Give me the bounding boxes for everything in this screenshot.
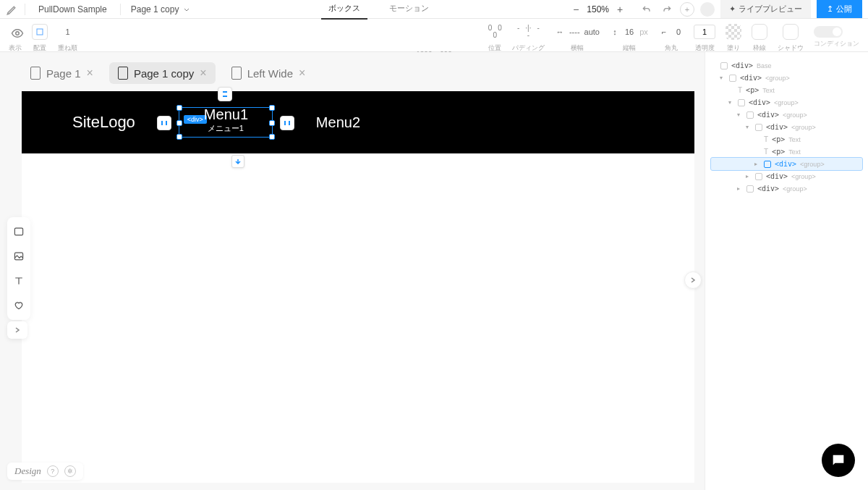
zoom-in-button[interactable]: + [615, 4, 625, 14]
svg-rect-8 [14, 228, 22, 235]
chat-support-button[interactable] [822, 444, 855, 477]
scroll-right-button[interactable] [684, 271, 702, 289]
resize-handle-ne[interactable] [269, 105, 275, 111]
checkbox-icon[interactable] [746, 111, 754, 119]
site-logo-text[interactable]: SiteLogo [72, 113, 135, 132]
fill-swatch[interactable] [726, 24, 741, 40]
tab-motion[interactable]: モーション [382, 0, 436, 20]
add-button[interactable]: + [680, 2, 694, 17]
tree-node[interactable]: ▸<div><group> [711, 170, 862, 182]
page-icon [118, 67, 128, 80]
checkbox-icon[interactable] [720, 62, 728, 69]
prop-condition: コンディション [814, 26, 859, 48]
align-icon[interactable] [32, 24, 48, 40]
text-tool-icon[interactable] [12, 274, 26, 288]
tree-node[interactable]: ▾<div><group> [711, 109, 862, 121]
prop-padding: -·|·-- パディング [512, 22, 545, 53]
svg-rect-3 [166, 121, 167, 125]
close-icon[interactable]: × [87, 67, 93, 80]
checkbox-icon[interactable] [746, 185, 754, 193]
layers-panel: <div>Base ▾<div><group> T<p>Text ▾<div><… [705, 52, 868, 490]
spacing-handle-top[interactable] [218, 87, 232, 101]
close-icon[interactable]: × [200, 67, 206, 80]
border-swatch[interactable] [752, 24, 767, 40]
order-value[interactable]: 1 [63, 28, 73, 36]
tree-node[interactable]: T<p>Text [711, 145, 862, 158]
zoom-value[interactable]: 150% [587, 4, 609, 14]
bottom-bar: Design ? ✲ [7, 462, 83, 480]
page-icon [30, 67, 41, 80]
checkbox-icon[interactable] [764, 161, 771, 168]
text-icon: T [738, 86, 742, 94]
checkbox-icon[interactable] [755, 173, 762, 180]
canvas[interactable]: SiteLogo <div> Menu1 メニュー1 Menu2 [22, 91, 694, 483]
publish-button[interactable]: ↥ 公開 [817, 0, 862, 18]
resize-handle-sw[interactable] [176, 134, 182, 140]
svg-rect-5 [289, 121, 290, 125]
app-logo[interactable]: Design [14, 465, 41, 477]
tree-node-root[interactable]: <div>Base [711, 59, 862, 72]
page-dropdown[interactable]: Page 1 copy [127, 4, 195, 14]
page-tab-2[interactable]: Page 1 copy× [109, 62, 216, 84]
shadow-swatch[interactable] [783, 24, 799, 40]
tree-node[interactable]: T<p>Text [711, 84, 862, 96]
checkbox-icon[interactable] [755, 124, 762, 131]
tab-box[interactable]: ボックス [321, 0, 367, 20]
tree-node[interactable]: ▾<div><group> [711, 72, 862, 84]
user-avatar[interactable] [700, 2, 715, 17]
svg-point-1 [16, 32, 20, 35]
resize-handle-w[interactable] [176, 120, 182, 126]
heart-tool-icon[interactable] [12, 298, 26, 313]
svg-rect-2 [161, 121, 163, 125]
undo-button[interactable] [639, 2, 654, 17]
svg-rect-0 [37, 29, 43, 35]
prop-align: 配置 [32, 22, 48, 53]
radius-value[interactable]: 0 [673, 28, 684, 36]
site-header-element[interactable]: SiteLogo <div> Menu1 メニュー1 Menu2 [22, 91, 694, 153]
spacing-handle-left[interactable] [157, 116, 171, 130]
left-toolbar [7, 217, 30, 320]
zoom-out-button[interactable]: − [571, 4, 581, 14]
site-name[interactable]: PullDown Sample [31, 4, 114, 14]
resize-handle-nw[interactable] [176, 105, 182, 111]
prop-opacity: 透明度 [694, 22, 715, 53]
visibility-icon[interactable] [9, 26, 26, 41]
resize-handle-se[interactable] [269, 134, 275, 140]
page-name: Page 1 copy [131, 4, 179, 14]
condition-toggle[interactable] [814, 26, 843, 38]
image-tool-icon[interactable] [12, 249, 26, 263]
svg-rect-4 [284, 121, 286, 125]
prop-position: 000 位置 [488, 22, 502, 53]
close-icon[interactable]: × [299, 67, 305, 80]
help-icon[interactable]: ? [47, 465, 59, 477]
opacity-input[interactable] [694, 25, 715, 39]
resize-handle-e[interactable] [269, 120, 275, 126]
checkbox-icon[interactable] [738, 99, 745, 106]
redo-button[interactable] [660, 2, 674, 17]
checkbox-icon[interactable] [729, 75, 736, 82]
live-preview-button[interactable]: ✦ ライブプレビュー [720, 0, 811, 18]
tree-node[interactable]: ▾<div><group> [711, 121, 862, 133]
tree-node[interactable]: ▸<div><group> [711, 182, 862, 195]
page-tab-1[interactable]: Page 1× [22, 62, 102, 84]
expand-toolbar-button[interactable] [7, 321, 27, 339]
svg-rect-6 [223, 91, 227, 93]
spacing-handle-right[interactable] [280, 116, 294, 130]
tree-node-selected[interactable]: ▸<div><group> [711, 158, 862, 170]
tree-node[interactable]: T<p>Text [711, 133, 862, 145]
prop-shadow: シャドウ [778, 22, 804, 53]
page-tab-3[interactable]: Left Wide× [223, 62, 315, 84]
prop-width: ↔----auto 横幅 [555, 22, 600, 53]
edit-icon[interactable] [6, 3, 19, 16]
add-below-handle[interactable] [231, 155, 244, 168]
divider [25, 4, 25, 15]
menu2-text[interactable]: Menu2 [316, 114, 360, 131]
rectangle-tool-icon[interactable] [12, 224, 26, 239]
settings-icon[interactable]: ✲ [64, 465, 76, 477]
selected-element[interactable]: <div> Menu1 メニュー1 [179, 107, 273, 138]
width-value[interactable]: auto [584, 28, 600, 36]
height-value[interactable]: 16 [624, 28, 634, 36]
tree-node[interactable]: ▾<div><group> [711, 96, 862, 109]
menu1-text[interactable]: Menu1 [204, 106, 248, 123]
chat-icon [830, 452, 846, 468]
